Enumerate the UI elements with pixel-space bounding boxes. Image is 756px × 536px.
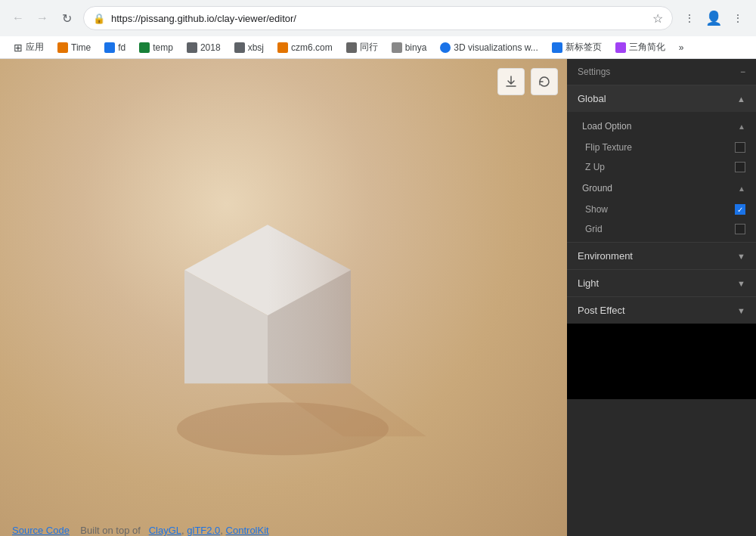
post-effect-chevron: ▼	[737, 306, 745, 315]
bookmark-binya[interactable]: binya	[386, 40, 433, 55]
footer-text: Built on top of	[80, 525, 141, 536]
viewport: Source Code Built on top of ClayGL, glTF…	[0, 59, 567, 536]
environment-section-header[interactable]: Environment ▼	[567, 242, 756, 269]
address-bar[interactable]: 🔒 https://pissang.github.io/clay-viewer/…	[83, 6, 673, 30]
refresh-button[interactable]: ↻	[56, 8, 77, 29]
ground-label: Ground	[582, 183, 612, 194]
source-code-link[interactable]: Source Code	[12, 525, 70, 536]
svg-marker-4	[268, 225, 351, 383]
bookmark-time[interactable]: Time	[51, 40, 97, 55]
browser-toolbar-icons: ⋮ 👤 ⋮	[679, 8, 748, 29]
viewport-footer: Source Code Built on top of ClayGL, glTF…	[0, 519, 567, 536]
load-option-header[interactable]: Load Option ▲	[567, 115, 756, 138]
load-option-chevron: ▲	[738, 122, 745, 131]
flip-texture-checkbox[interactable]	[735, 142, 745, 153]
bookmark-more[interactable]: »	[673, 40, 690, 55]
main-content: Source Code Built on top of ClayGL, glTF…	[0, 59, 756, 536]
grid-checkbox[interactable]	[735, 224, 745, 234]
post-effect-label: Post Effect	[578, 305, 625, 316]
bookmark-czm6[interactable]: czm6.com	[271, 40, 339, 55]
cube-container	[109, 156, 426, 477]
menu-icon[interactable]: ⋮	[727, 8, 748, 29]
bookmark-3d[interactable]: 3D visualizations w...	[434, 40, 544, 55]
flip-texture-label: Flip Texture	[585, 142, 632, 153]
bookmark-fd[interactable]: fd	[98, 40, 132, 55]
controlkit-link[interactable]: ControlKit	[226, 525, 269, 536]
viewport-toolbar	[497, 68, 558, 95]
ground-content: Show Grid	[567, 200, 756, 239]
show-row: Show	[567, 200, 756, 219]
load-option-label: Load Option	[582, 121, 631, 132]
environment-label: Environment	[578, 250, 633, 262]
settings-panel: Settings − Global ▲ Load Option ▲ Flip T…	[567, 59, 756, 536]
bookmark-xbsj[interactable]: xbsj	[228, 40, 270, 55]
show-label: Show	[585, 204, 608, 215]
light-chevron: ▼	[737, 279, 745, 288]
settings-title: Settings	[578, 67, 610, 77]
bookmark-apps[interactable]: ⊞ 应用	[8, 39, 50, 56]
cube-svg	[109, 156, 426, 474]
url-text: https://pissang.github.io/clay-viewer/ed…	[111, 13, 646, 24]
light-label: Light	[578, 277, 599, 289]
settings-close-icon[interactable]: −	[740, 67, 745, 77]
ground-header[interactable]: Ground ▲	[567, 177, 756, 200]
global-section-content: Load Option ▲ Flip Texture Z Up Ground ▲	[567, 112, 756, 242]
settings-header: Settings −	[567, 59, 756, 85]
ground-chevron: ▲	[738, 184, 745, 193]
bookmark-newtab[interactable]: 新标签页	[546, 39, 608, 56]
gltf-link[interactable]: glTF2.0	[187, 525, 220, 536]
black-area	[567, 324, 756, 399]
back-button[interactable]: ←	[8, 8, 29, 29]
environment-chevron: ▼	[737, 252, 745, 261]
forward-button[interactable]: →	[32, 8, 53, 29]
bookmark-temp[interactable]: temp	[133, 40, 179, 55]
flip-texture-row: Flip Texture	[567, 138, 756, 157]
star-icon[interactable]: ☆	[652, 11, 663, 26]
bookmark-sanjiao[interactable]: 三角简化	[609, 39, 671, 56]
address-icons: ☆	[652, 11, 663, 26]
reset-button[interactable]	[531, 68, 558, 95]
load-option-content: Flip Texture Z Up	[567, 138, 756, 177]
claygl-link[interactable]: ClayGL	[149, 525, 181, 536]
z-up-checkbox[interactable]	[735, 162, 745, 172]
browser-toolbar: ← → ↻ 🔒 https://pissang.github.io/clay-v…	[0, 0, 756, 36]
global-chevron: ▲	[737, 94, 745, 104]
nav-buttons: ← → ↻	[8, 8, 77, 29]
light-section-header[interactable]: Light ▼	[567, 269, 756, 296]
bookmark-tongxing[interactable]: 同行	[340, 39, 384, 56]
profile-icon[interactable]: 👤	[703, 8, 724, 29]
lock-icon: 🔒	[93, 13, 105, 24]
grid-row: Grid	[567, 219, 756, 239]
show-checkbox[interactable]	[735, 204, 745, 215]
bookmarks-bar: ⊞ 应用 Time fd temp 2018 xbsj czm6.com	[0, 36, 756, 59]
bookmark-2018[interactable]: 2018	[181, 40, 227, 55]
z-up-row: Z Up	[567, 157, 756, 177]
z-up-label: Z Up	[585, 162, 605, 172]
browser-chrome: ← → ↻ 🔒 https://pissang.github.io/clay-v…	[0, 0, 756, 59]
canvas-background	[0, 59, 567, 536]
global-label: Global	[578, 93, 606, 104]
grid-label: Grid	[585, 224, 603, 234]
download-button[interactable]	[497, 68, 525, 95]
global-section-header[interactable]: Global ▲	[567, 85, 756, 112]
post-effect-section-header[interactable]: Post Effect ▼	[567, 296, 756, 324]
extensions-icon[interactable]: ⋮	[679, 8, 700, 29]
